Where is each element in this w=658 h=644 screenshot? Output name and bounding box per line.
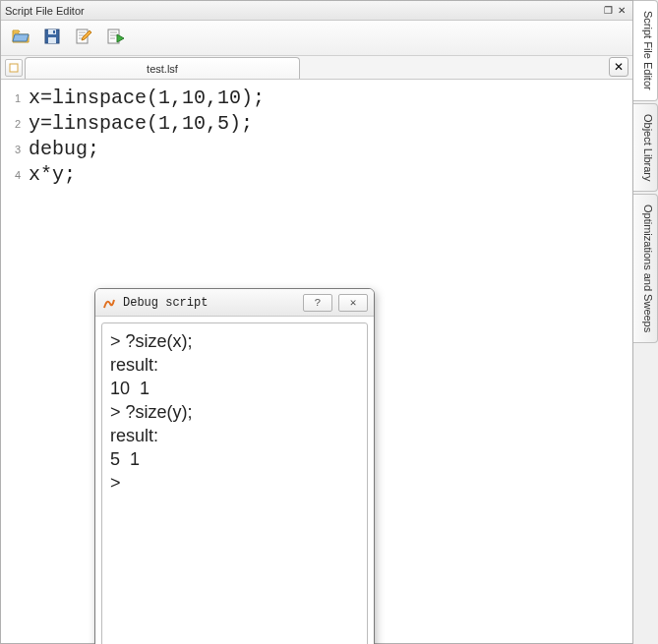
svg-rect-6 [10, 64, 18, 72]
svg-rect-3 [53, 30, 55, 33]
run-button[interactable] [101, 25, 129, 52]
code-text: y=linspace(1,10,5); [29, 111, 253, 137]
debug-console[interactable]: > ?size(x); result: 10 1 > ?size(y); res… [101, 322, 368, 644]
code-text: x=linspace(1,10,10); [29, 86, 265, 111]
code-editor[interactable]: 1 x=linspace(1,10,10); 2 y=linspace(1,10… [1, 80, 632, 643]
app-icon [101, 295, 117, 311]
code-line: 1 x=linspace(1,10,10); [1, 86, 632, 111]
dialog-help-button[interactable]: ? [303, 294, 332, 312]
line-number: 2 [1, 111, 29, 137]
close-icon: ✕ [350, 290, 357, 316]
panel-titlebar: Script File Editor ❐ ✕ [1, 1, 632, 21]
tab-list-button[interactable] [5, 59, 23, 77]
code-line: 2 y=linspace(1,10,5); [1, 111, 632, 137]
side-tab-object-library[interactable]: Object Library [633, 103, 658, 192]
svg-rect-2 [48, 37, 56, 43]
side-tab-script-editor[interactable]: Script File Editor [633, 0, 658, 101]
floppy-icon [42, 27, 62, 49]
folder-open-icon [11, 27, 30, 49]
tab-strip: test.lsf ✕ [1, 56, 632, 80]
close-panel-icon[interactable]: ✕ [615, 4, 628, 18]
line-number: 1 [1, 86, 29, 111]
open-button[interactable] [7, 25, 34, 52]
save-button[interactable] [38, 25, 66, 52]
tab-file[interactable]: test.lsf [25, 57, 300, 79]
dialog-close-button[interactable]: ✕ [338, 294, 368, 312]
tab-filename: test.lsf [147, 63, 178, 75]
panel-title: Script File Editor [5, 5, 601, 17]
edit-button[interactable] [70, 25, 97, 52]
script-editor-panel: Script File Editor ❐ ✕ [0, 0, 633, 644]
dialog-titlebar[interactable]: Debug script ? ✕ [95, 289, 374, 317]
dock-icon[interactable]: ❐ [601, 4, 615, 18]
tab-close-button[interactable]: ✕ [609, 57, 628, 77]
code-line: 4 x*y; [1, 162, 632, 188]
line-number: 4 [1, 162, 29, 188]
code-text: debug; [29, 137, 99, 162]
side-tab-optimizations[interactable]: Optimizations and Sweeps [633, 194, 658, 343]
close-icon: ✕ [614, 60, 624, 74]
side-tab-strip: Script File Editor Object Library Optimi… [633, 0, 658, 644]
play-page-icon [105, 27, 125, 49]
dialog-title: Debug script [123, 290, 297, 316]
help-icon: ? [315, 290, 322, 316]
code-text: x*y; [29, 162, 76, 188]
code-line: 3 debug; [1, 137, 632, 162]
debug-dialog: Debug script ? ✕ > ?size(x); result: 10 … [94, 288, 375, 644]
line-number: 3 [1, 137, 29, 162]
page-icon [9, 63, 19, 73]
pencil-page-icon [74, 27, 93, 49]
toolbar [1, 21, 632, 56]
